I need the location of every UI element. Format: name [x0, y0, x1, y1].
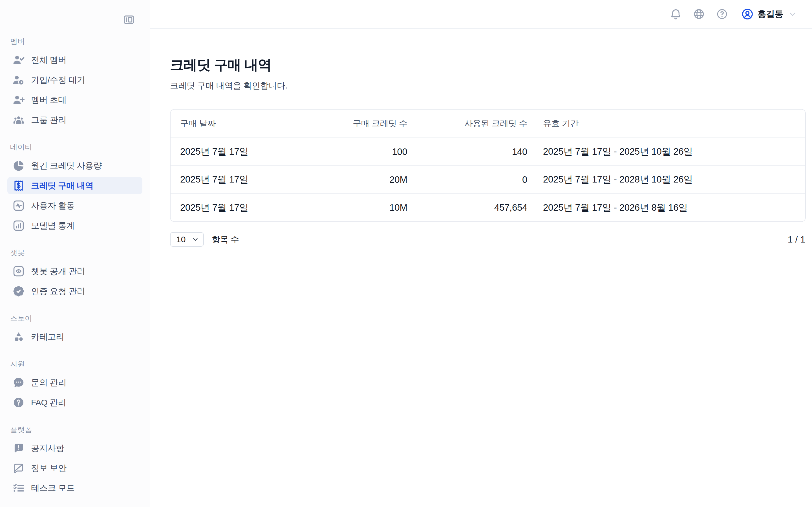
table-row: 2025년 7월 17일 10M 457,654 2025년 7월 17일 - …: [170, 193, 805, 221]
content: 크레딧 구매 내역 크레딧 구매 내역을 확인합니다. 구매 날짜 구매 크레딧…: [150, 29, 812, 247]
page-title: 크레딧 구매 내역: [170, 56, 806, 74]
page-indicator: 1 / 1: [788, 234, 805, 245]
sidebar-item-categories[interactable]: 카테고리: [7, 328, 142, 346]
sidebar-item-label: 그룹 관리: [31, 114, 66, 126]
section-label: 플랫폼: [7, 425, 142, 434]
user-menu[interactable]: 홍길동: [741, 8, 798, 20]
person-plus-icon: [12, 94, 25, 106]
bell-icon: [670, 8, 682, 20]
sidebar-item-group-management[interactable]: 그룹 관리: [7, 111, 142, 129]
sidebar-item-label: 전체 멤버: [31, 54, 66, 66]
sidebar-section-support: 지원 문의 관리: [7, 360, 142, 411]
section-label: 멤버: [7, 37, 142, 46]
sidebar-item-label: 사용자 활동: [31, 200, 75, 212]
question-circle-icon: [12, 396, 25, 409]
sidebar-item-label: 챗봇 공개 관리: [31, 266, 85, 277]
sidebar-item-all-members[interactable]: 전체 멤버: [7, 51, 142, 69]
sidebar-item-label: 인증 요청 관리: [31, 286, 85, 297]
people-group-icon: [12, 114, 25, 126]
sidebar-item-label: 월간 크레딧 사용량: [31, 160, 102, 172]
sidebar-item-pending-members[interactable]: 가입/수정 대기: [7, 71, 142, 89]
sidebar-item-monthly-credit-usage[interactable]: 월간 크레딧 사용량: [7, 157, 142, 174]
column-header-purchased-credits: 구매 크레딧 수: [297, 110, 407, 138]
cell-validity-period: 2025년 7월 17일 - 2028년 10월 26일: [527, 166, 805, 193]
help-circle-icon: [716, 8, 728, 20]
notifications-button[interactable]: [670, 8, 682, 20]
chevron-down-icon: [787, 9, 798, 19]
table-row: 2025년 7월 17일 100 140 2025년 7월 17일 - 2025…: [170, 138, 805, 166]
sidebar-section-chatbot: 챗봇 챗봇 공개 관리: [7, 248, 142, 300]
sidebar-item-model-statistics[interactable]: 모델별 통계: [7, 217, 142, 234]
cell-validity-period: 2025년 7월 17일 - 2025년 10월 26일: [527, 138, 805, 166]
section-label: 지원: [7, 360, 142, 368]
panel-left-icon: [123, 13, 135, 26]
column-header-used-credits: 사용된 크레딧 수: [407, 110, 527, 138]
sidebar-collapse-button[interactable]: [123, 13, 135, 26]
page-size-select[interactable]: 10: [170, 232, 204, 247]
sidebar-item-label: 공지사항: [31, 443, 64, 454]
sidebar-item-label: 크레딧 구매 내역: [31, 180, 93, 191]
app-window: 멤버 전체 멤버: [0, 0, 812, 507]
sidebar-item-label: 가입/수정 대기: [31, 74, 85, 86]
pagination-bar: 10 항목 수 1 / 1: [170, 232, 806, 247]
sidebar-item-user-activity[interactable]: 사용자 활동: [7, 197, 142, 214]
chat-dots-icon: [12, 376, 25, 389]
person-clock-icon: [12, 74, 25, 86]
table-row: 2025년 7월 17일 20M 0 2025년 7월 17일 - 2028년 …: [170, 166, 805, 193]
checklist-icon: [12, 482, 25, 494]
globe-icon: [693, 8, 705, 20]
sidebar-item-announcements[interactable]: 공지사항: [7, 439, 142, 457]
cell-used-credits: 140: [407, 138, 527, 166]
credit-purchase-table: 구매 날짜 구매 크레딧 수 사용된 크레딧 수 유효 기간 2025년 7월 …: [170, 110, 805, 221]
cell-purchase-date: 2025년 7월 17일: [170, 193, 297, 221]
user-name: 홍길동: [758, 8, 783, 20]
cell-purchased-credits: 100: [297, 138, 407, 166]
language-button[interactable]: [693, 8, 705, 20]
sidebar-item-invite-member[interactable]: 멤버 초대: [7, 91, 142, 109]
cell-purchased-credits: 10M: [297, 193, 407, 221]
cell-validity-period: 2025년 7월 17일 - 2026년 8월 16일: [527, 193, 805, 221]
sidebar-item-label: 문의 관리: [31, 377, 66, 388]
sidebar-item-label: 모델별 통계: [31, 220, 75, 231]
sidebar-item-inquiry-management[interactable]: 문의 관리: [7, 374, 142, 391]
sidebar-item-label: 멤버 초대: [31, 94, 66, 106]
cell-purchased-credits: 20M: [297, 166, 407, 193]
section-label: 챗봇: [7, 248, 142, 257]
eye-screen-icon: [12, 265, 25, 277]
sidebar: 멤버 전체 멤버: [0, 0, 150, 507]
sidebar-item-credit-purchase-history[interactable]: 크레딧 구매 내역: [7, 177, 142, 194]
pie-chart-icon: [12, 159, 25, 172]
page-size-value: 10: [176, 235, 186, 244]
page-size-label: 항목 수: [212, 234, 239, 245]
top-bar: 홍길동: [150, 0, 812, 29]
cell-used-credits: 0: [407, 166, 527, 193]
sidebar-item-faq-management[interactable]: FAQ 관리: [7, 394, 142, 411]
announcement-icon: [12, 442, 25, 454]
sidebar-item-certification-requests[interactable]: 인증 요청 관리: [7, 283, 142, 300]
column-header-validity-period: 유효 기간: [527, 110, 805, 138]
cell-purchase-date: 2025년 7월 17일: [170, 138, 297, 166]
sidebar-item-information-security[interactable]: 정보 보안: [7, 459, 142, 477]
sidebar-item-task-mode[interactable]: 테스크 모드: [7, 480, 142, 497]
column-header-purchase-date: 구매 날짜: [170, 110, 297, 138]
sidebar-section-store: 스토어 카테고리: [7, 314, 142, 346]
sidebar-item-label: 카테고리: [31, 331, 64, 343]
page-subtitle: 크레딧 구매 내역을 확인합니다.: [170, 80, 806, 92]
sidebar-item-chatbot-publish[interactable]: 챗봇 공개 관리: [7, 263, 142, 280]
help-button[interactable]: [716, 8, 728, 20]
sidebar-item-label: 정보 보안: [31, 462, 66, 474]
person-check-icon: [12, 54, 25, 66]
section-label: 스토어: [7, 314, 142, 323]
security-flag-icon: [12, 462, 25, 474]
main-area: 홍길동 크레딧 구매 내역 크레딧 구매 내역을 확인합니다.: [150, 0, 812, 507]
receipt-dollar-icon: [12, 179, 25, 192]
sidebar-section-members: 멤버 전체 멤버: [7, 37, 142, 129]
badge-check-icon: [12, 285, 25, 297]
sidebar-section-platform: 플랫폼 공지사항: [7, 425, 142, 497]
chevron-down-icon: [192, 235, 199, 243]
table-header-row: 구매 날짜 구매 크레딧 수 사용된 크레딧 수 유효 기간: [170, 110, 805, 138]
sidebar-item-label: 테스크 모드: [31, 483, 75, 494]
sidebar-item-label: FAQ 관리: [31, 397, 66, 408]
sidebar-nav: 멤버 전체 멤버: [0, 0, 150, 507]
user-avatar-icon: [741, 8, 754, 20]
